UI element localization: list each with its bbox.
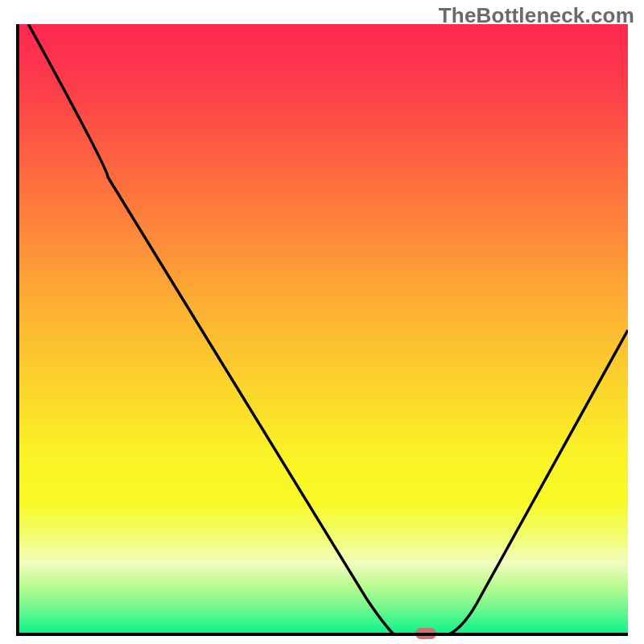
plot-area: [16, 24, 628, 636]
y-axis: [16, 24, 19, 636]
bottleneck-curve: [16, 24, 628, 636]
x-axis: [16, 633, 628, 636]
chart-container: TheBottleneck.com: [0, 0, 644, 644]
